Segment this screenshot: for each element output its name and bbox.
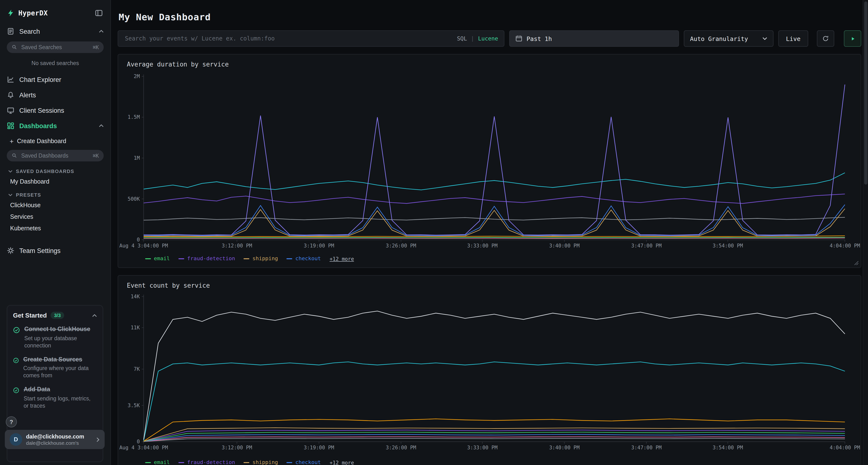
scrollbar-thumb[interactable] bbox=[864, 1, 868, 185]
sidebar-item-label: Chart Explorer bbox=[19, 76, 61, 83]
legend-more-link[interactable]: +12 more bbox=[330, 460, 354, 465]
chevron-down-icon bbox=[8, 193, 12, 197]
dashboards-grid-icon bbox=[7, 122, 14, 130]
legend-item-checkout[interactable]: checkout bbox=[287, 255, 321, 262]
svg-text:3:19:00 PM: 3:19:00 PM bbox=[304, 243, 334, 248]
task-title: Connect to ClickHouse bbox=[24, 326, 97, 333]
svg-text:1.5M: 1.5M bbox=[128, 114, 140, 120]
user-email: dale@clickhouse.com bbox=[26, 433, 84, 440]
sidebar-item-client-sessions[interactable]: Client Sessions bbox=[0, 103, 111, 118]
avatar: D bbox=[10, 433, 22, 446]
legend-item-shipping[interactable]: shipping bbox=[244, 459, 278, 465]
svg-text:3:47:00 PM: 3:47:00 PM bbox=[631, 243, 661, 248]
main-content: My New Dashboard SQL | Lucene Past 1h Au… bbox=[111, 0, 868, 465]
legend-item-shipping[interactable]: shipping bbox=[244, 255, 278, 262]
avg-duration-line-chart[interactable]: 0500K1M1.5M2MAug 4 3:04:00 PM3:12:00 PM3… bbox=[118, 71, 861, 253]
user-menu[interactable]: D dale@clickhouse.com dale@clickhouse.co… bbox=[5, 430, 105, 449]
legend-item-fraud-detection[interactable]: fraud-detection bbox=[179, 459, 235, 465]
check-circle-icon bbox=[13, 387, 19, 394]
chevron-right-icon bbox=[96, 437, 100, 442]
sidebar-item-label: Search bbox=[19, 28, 40, 35]
sidebar-item-kubernetes[interactable]: Kubernetes bbox=[0, 223, 111, 234]
lucene-toggle[interactable]: Lucene bbox=[478, 35, 498, 42]
chart-panel-event-count: Event count by service 03.5K7K11K14KAug … bbox=[118, 275, 861, 465]
task-desc: Start sending logs, metrics, or traces bbox=[24, 395, 97, 409]
get-started-header[interactable]: Get Started 3/3 bbox=[13, 312, 97, 319]
svg-text:0: 0 bbox=[137, 237, 140, 243]
sidebar-item-clickhouse[interactable]: ClickHouse bbox=[0, 199, 111, 211]
dashboard-controls: SQL | Lucene Past 1h Auto Granularity Li… bbox=[118, 30, 861, 47]
saved-searches-input[interactable] bbox=[20, 44, 90, 51]
sidebar-item-search[interactable]: Search bbox=[0, 24, 111, 39]
chart-title[interactable]: Event count by service bbox=[118, 276, 861, 293]
chevron-up-icon bbox=[99, 29, 104, 33]
granularity-select[interactable]: Auto Granularity bbox=[684, 30, 774, 47]
svg-text:Aug 4 3:04:00 PM: Aug 4 3:04:00 PM bbox=[119, 445, 168, 451]
saved-dashboards-input[interactable] bbox=[20, 152, 90, 159]
svg-text:3.5K: 3.5K bbox=[128, 403, 140, 408]
progress-badge: 3/3 bbox=[51, 312, 64, 319]
check-circle-icon bbox=[13, 356, 19, 364]
sidebar: HyperDX Search ⌘K No saved searches Char… bbox=[0, 0, 111, 465]
gear-icon bbox=[7, 247, 14, 255]
calendar-icon bbox=[516, 35, 522, 42]
chart-title[interactable]: Average duration by service bbox=[118, 55, 861, 71]
chevron-up-icon bbox=[92, 313, 97, 317]
svg-text:7K: 7K bbox=[134, 366, 140, 372]
svg-text:3:12:00 PM: 3:12:00 PM bbox=[222, 445, 252, 451]
scrollbar[interactable] bbox=[863, 0, 868, 465]
sidebar-item-label: Dashboards bbox=[19, 122, 57, 129]
event-search-box: SQL | Lucene bbox=[118, 30, 504, 47]
task-connect-clickhouse[interactable]: Connect to ClickHouse Set up your databa… bbox=[13, 326, 97, 349]
legend-item-email[interactable]: email bbox=[145, 459, 170, 465]
hyperdx-logo-icon bbox=[7, 9, 14, 17]
event-count-line-chart[interactable]: 03.5K7K11K14KAug 4 3:04:00 PM3:12:00 PM3… bbox=[118, 293, 861, 456]
saved-dashboards-section-header[interactable]: SAVED DASHBOARDS bbox=[0, 164, 111, 176]
user-org: dale@clickhouse.com's bbox=[26, 440, 84, 446]
legend-dash bbox=[244, 462, 250, 463]
svg-text:3:33:00 PM: 3:33:00 PM bbox=[467, 445, 497, 451]
run-query-button[interactable] bbox=[844, 30, 861, 47]
brand-name: HyperDX bbox=[18, 9, 48, 17]
chart-legend: email fraud-detection shipping checkout … bbox=[118, 253, 861, 267]
no-saved-searches-text: No saved searches bbox=[0, 56, 111, 72]
chart-panel-avg-duration: Average duration by service 0500K1M1.5M2… bbox=[118, 54, 861, 268]
legend-item-email[interactable]: email bbox=[145, 255, 170, 262]
svg-text:1M: 1M bbox=[134, 155, 140, 161]
chevron-down-icon bbox=[8, 170, 12, 173]
time-range-picker[interactable]: Past 1h bbox=[509, 30, 679, 47]
sidebar-item-chart-explorer[interactable]: Chart Explorer bbox=[0, 72, 111, 87]
task-add-data[interactable]: Add Data Start sending logs, metrics, or… bbox=[13, 386, 97, 409]
help-button[interactable]: ? bbox=[6, 416, 17, 427]
sidebar-item-dashboards[interactable]: Dashboards bbox=[0, 118, 111, 133]
create-dashboard-button[interactable]: + Create Dashboard bbox=[0, 133, 111, 147]
presets-section-header[interactable]: PRESETS bbox=[0, 188, 111, 199]
page-title: My New Dashboard bbox=[119, 11, 861, 22]
collapse-sidebar-icon[interactable] bbox=[94, 8, 104, 18]
svg-text:2M: 2M bbox=[134, 73, 140, 79]
sidebar-item-services[interactable]: Services bbox=[0, 211, 111, 223]
chart-icon bbox=[7, 76, 14, 84]
legend-dash bbox=[145, 462, 151, 463]
svg-text:500K: 500K bbox=[128, 196, 140, 202]
shortcut-badge: ⌘K bbox=[93, 44, 99, 50]
legend-item-fraud-detection[interactable]: fraud-detection bbox=[179, 255, 235, 262]
svg-text:Aug 4 3:04:00 PM: Aug 4 3:04:00 PM bbox=[119, 243, 168, 248]
refresh-button[interactable] bbox=[817, 30, 834, 47]
sidebar-item-team-settings[interactable]: Team Settings bbox=[0, 243, 111, 258]
time-range-value: Past 1h bbox=[527, 35, 552, 42]
legend-more-link[interactable]: +12 more bbox=[330, 256, 354, 261]
sidebar-item-alerts[interactable]: Alerts bbox=[0, 87, 111, 103]
shortcut-badge: ⌘K bbox=[93, 153, 99, 159]
sql-toggle[interactable]: SQL bbox=[457, 35, 467, 42]
sidebar-item-my-dashboard[interactable]: My Dashboard bbox=[0, 176, 111, 188]
resize-handle[interactable] bbox=[854, 260, 858, 265]
legend-item-checkout[interactable]: checkout bbox=[287, 459, 321, 465]
search-doc-icon bbox=[7, 28, 14, 35]
event-search-input[interactable] bbox=[124, 35, 452, 42]
task-create-data-sources[interactable]: Create Data Sources Configure where your… bbox=[13, 356, 97, 379]
sidebar-item-label: Team Settings bbox=[19, 247, 61, 254]
bell-icon bbox=[7, 91, 14, 99]
check-circle-icon bbox=[13, 326, 20, 334]
live-button[interactable]: Live bbox=[778, 30, 808, 47]
